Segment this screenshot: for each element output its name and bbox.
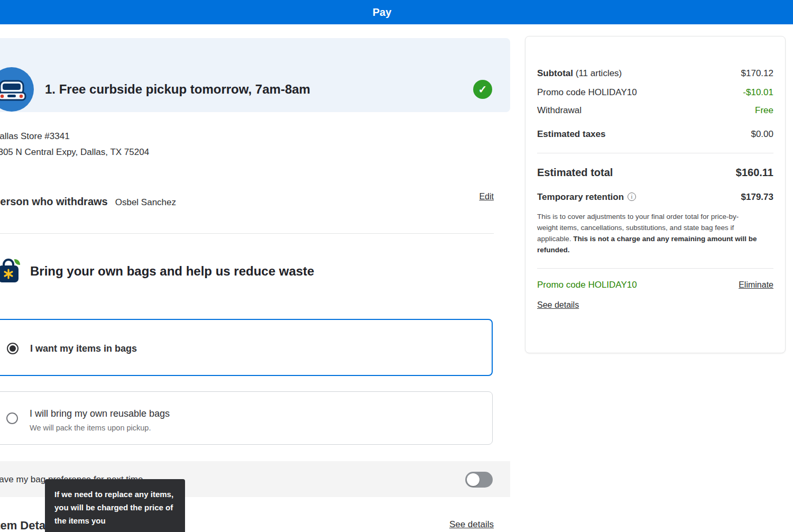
option-items-in-bags-label: I want my items in bags	[30, 342, 137, 355]
total-value: $160.11	[736, 167, 773, 179]
checkout-page: Pay 1. Free curbside pickup tomorrow, 7a…	[0, 0, 793, 532]
subtotal-label: Subtotal	[537, 68, 573, 78]
retention-note: This is to cover adjustments to your fin…	[537, 211, 759, 255]
taxes-label: Estimated taxes	[537, 129, 605, 140]
retention-row: Temporary retentioni $179.73	[537, 192, 773, 203]
promo-code-row: Promo code HOLIDAY10 Eliminate	[537, 280, 773, 290]
person-row: Person who withdrawsOsbel Sanchez	[0, 195, 176, 209]
promo-value: -$10.01	[743, 87, 773, 98]
subtotal-value: $170.12	[741, 68, 773, 79]
option-items-in-bags[interactable]: I want my items in bags	[0, 319, 493, 376]
radio-own-bags[interactable]	[6, 412, 18, 424]
bag-icon	[0, 258, 21, 283]
info-icon[interactable]: i	[628, 192, 636, 201]
eliminate-promo-link[interactable]: Eliminate	[739, 280, 773, 290]
summary-divider-2	[537, 268, 773, 269]
promo-code-label: Promo code HOLIDAY10	[537, 280, 637, 290]
section-divider	[0, 233, 494, 234]
store-name: Dallas Store #3341	[0, 129, 149, 144]
summary-divider	[537, 153, 773, 153]
bags-section-title: Bring your own bags and help us reduce w…	[30, 263, 314, 279]
person-label: Person who withdraws	[0, 196, 108, 207]
withdrawal-value: Free	[755, 105, 773, 116]
check-icon: ✓	[473, 80, 492, 99]
top-bar: Pay	[0, 0, 793, 24]
option-own-bags-label: I will bring my own reusable bags	[30, 407, 170, 420]
edit-person-link[interactable]: Edit	[479, 192, 494, 201]
subtotal-qualifier: (11 articles)	[576, 68, 622, 78]
summary-see-details-row: See details	[537, 300, 773, 310]
taxes-value: $0.00	[751, 129, 773, 140]
retention-value: $179.73	[741, 192, 773, 203]
subtotal-row: Subtotal (11 articles) $170.12	[537, 68, 773, 79]
pickup-header: 1. Free curbside pickup tomorrow, 7am-8a…	[0, 38, 510, 112]
order-summary-card: Subtotal (11 articles) $170.12 Promo cod…	[525, 36, 786, 353]
subtotal-labels: Subtotal (11 articles)	[537, 68, 622, 79]
total-label: Estimated total	[537, 167, 613, 179]
car-icon	[0, 67, 34, 112]
promo-label: Promo code HOLIDAY10	[537, 87, 637, 98]
retention-label: Temporary retention	[537, 192, 624, 202]
promo-row: Promo code HOLIDAY10 -$10.01	[537, 87, 773, 98]
save-preference-toggle[interactable]	[465, 472, 493, 488]
summary-see-details-link[interactable]: See details	[537, 300, 579, 310]
page-title: Pay	[0, 0, 764, 24]
store-address: 1305 N Central Expy, Dallas, TX 75204	[0, 144, 149, 160]
store-info: Dallas Store #3341 1305 N Central Expy, …	[0, 129, 149, 160]
pickup-step-title: 1. Free curbside pickup tomorrow, 7am-8a…	[45, 81, 310, 97]
person-name: Osbel Sanchez	[115, 197, 176, 207]
replacement-tooltip: If we need to replace any items, you wil…	[45, 479, 185, 532]
withdrawal-label: Withdrawal	[537, 105, 582, 116]
checkout-main-column: 1. Free curbside pickup tomorrow, 7am-8a…	[0, 24, 510, 532]
toggle-knob	[467, 473, 480, 486]
radio-items-in-bags[interactable]	[7, 343, 19, 354]
total-row: Estimated total $160.11	[537, 167, 773, 179]
retention-labels: Temporary retentioni	[537, 192, 636, 203]
option-own-bags[interactable]: I will bring my own reusable bags We wil…	[0, 391, 493, 445]
taxes-row: Estimated taxes $0.00	[537, 129, 773, 140]
option-own-bags-subtext: We will pack the items upon pickup.	[30, 423, 151, 433]
item-details-see-details-link[interactable]: See details	[449, 519, 494, 530]
withdrawal-row: Withdrawal Free	[537, 105, 773, 116]
